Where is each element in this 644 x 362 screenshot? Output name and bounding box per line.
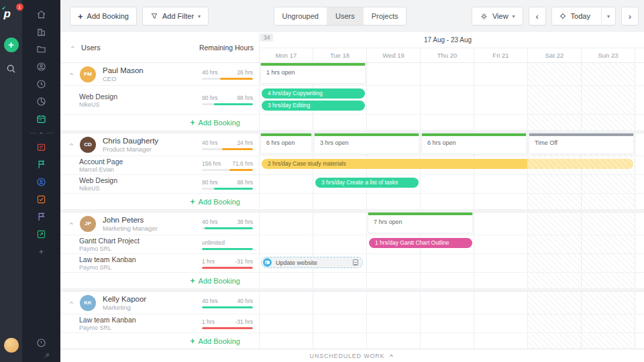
sidebar-item-scheduling[interactable] [32,113,52,125]
booking-pill[interactable]: 4 hrs/day Copywriting [262,88,365,99]
tab-ungrouped[interactable]: Ungrouped [274,7,327,25]
plus-icon: + [191,197,195,206]
weekend-shade [528,194,635,209]
sidebar-item-company[interactable] [32,25,52,38]
add-booking-button[interactable]: +Add Booking [191,337,240,346]
remaining-hours-cell: 40 hrs26 hrs [202,69,253,80]
calendar-lane: 2 hrs/day Case study materials [260,156,644,174]
sidebar-item-time[interactable] [32,78,52,90]
current-user-avatar[interactable] [4,338,19,353]
sidebar-collapse-divider[interactable] [30,130,53,136]
hours-progress-bar [202,248,253,250]
unscheduled-work-bar[interactable]: UNSCHEDULED WORK [60,349,644,362]
paymo-logo[interactable]: p ✔ 1 [4,7,19,21]
calendar-lane [260,194,644,209]
tab-projects[interactable]: Projects [364,7,407,25]
capacity-block: 7 hrs open [368,213,473,233]
weekend-shade [528,314,635,333]
sidebar-item-flag-teal[interactable] [32,158,52,171]
tab-users[interactable]: Users [327,7,364,25]
sidebar-item-flag-violet[interactable] [32,210,52,223]
sidebar-item-projects[interactable] [32,43,52,56]
remaining-hours: -31 hrs [235,318,253,325]
sidebar-item-home[interactable] [32,8,52,21]
planned-hours: 1 hrs [202,318,215,325]
booking-pill[interactable]: 3 hrs/day Editing [262,101,365,111]
booking-pill[interactable]: 3 hrs/day Create a list of tasks [315,178,419,188]
capacity-label: Time Off [535,139,557,146]
collapse-all-icon[interactable] [70,44,76,50]
add-booking-button[interactable]: +Add Booking [191,276,240,286]
global-add-button[interactable]: + [4,38,19,52]
module-sidebar [22,0,60,362]
sidebar-item-clients[interactable] [32,60,52,73]
planned-hours: 156 hrs [202,160,221,167]
remaining-hours: 40 hrs [237,298,253,304]
settings-wrench-icon[interactable] [43,352,50,359]
project-name: Web Design [79,93,117,101]
task-label: Update website [276,259,349,266]
chevron-up-icon[interactable] [68,221,74,227]
add-booking-label: Add Booking [199,277,240,285]
booking-label: 2 hrs/day Case study materials [268,160,346,167]
sidebar-item-add-module[interactable] [32,245,52,258]
sidebar-item-community[interactable] [32,176,52,188]
day-header: Thu 20 [421,48,474,62]
weekend-shade [528,235,635,253]
hours-progress-bar [202,327,253,329]
remaining-hours: 26 hrs [237,69,253,76]
day-header: Fri 21 [474,48,528,62]
user-row: PMPaul MasonCEO40 hrs26 hrs1 hrs open [60,63,644,86]
remaining-hours: 68 hrs [237,179,253,186]
recent-activity-icon[interactable] [32,337,52,349]
planned-hours: unlimited [202,239,225,246]
user-row: JPJohn PetersMarketing Manager40 hrs38 h… [60,213,644,235]
chevron-up-icon[interactable] [68,71,74,77]
date-picker-caret[interactable]: ▾ [601,7,615,25]
calendar-lane [260,115,644,130]
notification-badge: 1 [16,3,23,11]
project-name: Gantt Chart Project [79,237,140,245]
project-name: Web Design [79,176,117,184]
add-filter-button[interactable]: Add Filter ▾ [142,7,209,25]
view-options-button[interactable]: View ▾ [472,7,523,25]
add-booking-row: +Add Booking [60,273,644,289]
sidebar-item-reports[interactable] [32,95,52,108]
project-name: Law team Kanban [79,255,136,263]
hours-progress-bar [202,188,253,190]
capacity-block: 6 hrs open [421,133,527,154]
scheduler: Users Remaining Hours 34 17 Aug - 23 Aug… [60,32,644,362]
weekend-shade [528,273,635,288]
user-role: Product Manager [103,145,158,153]
primary-rail: p ✔ 1 + [0,0,22,362]
calendar-lane: 6 hrs open3 hrs open6 hrs openTime Off [260,133,644,156]
project-client: Paymo SRL [79,245,140,252]
sidebar-item-board[interactable] [32,141,52,154]
add-booking-button[interactable]: +Add Booking [191,197,240,206]
project-row: Account PageMarcel Evian156 hrs71.6 hrs2… [60,156,644,175]
user-role: Marketing Manager [103,225,158,232]
unscheduled-task-card[interactable]: Update website [261,257,363,268]
weekend-shade [528,115,635,130]
next-week-button[interactable]: › [621,7,639,25]
remaining-hours: 71.6 hrs [232,160,253,167]
capacity-label: 3 hrs open [320,139,349,146]
remaining-hours-cell: 1 hrs-31 hrs [202,318,253,329]
add-booking-button[interactable]: +Add Booking [191,118,240,127]
booking-pill[interactable]: 1 hrs/day Gantt Chart Outline [369,238,472,248]
chevron-up-icon[interactable] [68,300,74,306]
booking-pill[interactable]: 2 hrs/day Case study materials [262,159,633,169]
remaining-hours: 24 hrs [237,139,253,146]
hours-progress-bar [202,103,253,105]
prev-week-button[interactable]: ‹ [529,7,546,25]
today-button[interactable]: Today [552,7,597,25]
add-booking-toolbar-button[interactable]: + Add Booking [70,7,137,25]
time-off-block: Time Off [529,133,634,154]
project-client: NikeUS [79,185,117,192]
faded-weekend-segment [527,159,633,169]
sidebar-item-tasks[interactable] [32,193,52,206]
sidebar-item-shared[interactable] [32,228,52,241]
search-icon[interactable] [5,63,17,74]
chevron-up-icon[interactable] [68,141,74,147]
weekend-shade [528,86,635,114]
